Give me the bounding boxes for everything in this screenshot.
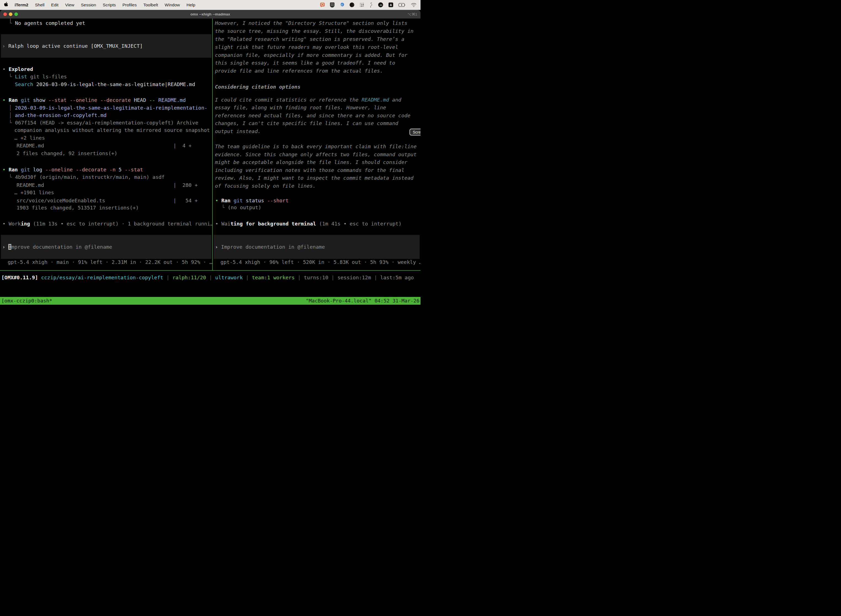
terminal-text-run: Considering citation options: [215, 83, 300, 91]
terminal-text-run: the source tree, missing the essay. Stil…: [215, 27, 413, 35]
terminal-text-run: evidence. Since this change only affects…: [215, 151, 417, 158]
svg-text:..61: ..61: [379, 4, 382, 6]
terminal-text-run: README.md: [16, 181, 44, 189]
menu-item-shell[interactable]: Shell: [35, 3, 44, 7]
terminal-text-run: companion file, especially if more comme…: [215, 51, 407, 59]
terminal-text-run: └ List git ls-files: [9, 73, 67, 81]
terminal-text-run: of focusing solely on file lines.: [215, 182, 316, 190]
battery-icon[interactable]: [399, 3, 406, 7]
menu-bar: iTerm2 Shell Edit View Session Scripts P…: [0, 0, 420, 10]
terminal-text-run: • Ran git show --stat --oneline --decora…: [3, 96, 186, 104]
terminal-text-run: references need actual files, and since …: [215, 112, 410, 119]
menu-item-session[interactable]: Session: [81, 3, 96, 7]
terminal-text-run: … +2 lines: [14, 134, 45, 142]
terminal-text-run: companion analysis without altering the …: [14, 126, 210, 134]
terminal-text-run: 2 files changed, 92 insertions(+): [16, 150, 117, 157]
terminal-text-run: this single essay, it seems like a good …: [215, 59, 395, 67]
blue-burst-icon[interactable]: [340, 3, 344, 7]
terminal-text-run: gpt-5.4 xhigh · 96% left · 520K in · 5.8…: [220, 258, 420, 266]
terminal-text-run: └ 067f154 (HEAD -> essay/ai-reimplementa…: [9, 119, 198, 127]
input-source-icon[interactable]: A: [388, 3, 393, 7]
terminal-text-run: the "Related research writing" section i…: [215, 35, 404, 43]
terminal-text-run: | 54 +: [173, 197, 198, 204]
menu-item-iterm2[interactable]: iTerm2: [15, 3, 28, 7]
battery-percent-icon[interactable]: ..61: [378, 2, 383, 7]
pane-divider[interactable]: [212, 19, 213, 270]
terminal-text-run: • Ran git log --oneline --decorate -n 5 …: [3, 166, 143, 174]
menu-item-profiles[interactable]: Profiles: [123, 3, 137, 7]
tmux-host-clock: "MacBook-Pro-44.local" 04:52 31-Mar-26: [306, 297, 419, 305]
terminal-text-run: … +1901 lines: [14, 189, 54, 197]
omx-status-text: [OMX#0.11.9] cczip/essay/ai-reimplementa…: [1, 274, 414, 282]
window-title-bar: omx --xhigh --madmax ⌥⌘1: [0, 10, 420, 19]
terminal-text-run: I could cite commit statistics or refere…: [215, 96, 401, 104]
squiggle-icon[interactable]: [369, 2, 373, 8]
left-terminal-pane[interactable]: │└ No agents completed yet› Ralph loop a…: [0, 19, 212, 270]
terminal-text-run: Search 2026-03-09-is-legal-the-same-as-l…: [15, 81, 195, 88]
terminal-text-run: • Explored: [3, 65, 33, 73]
terminal-text-run: review. Also, I might want to inspect th…: [215, 174, 413, 182]
terminal-text-run: • Working (11m 13s • esc to interrupt) ·…: [3, 220, 212, 228]
menu-item-scripts[interactable]: Scripts: [103, 3, 116, 7]
dots-grid-icon[interactable]: [359, 3, 364, 7]
terminal-text-run: changes, I can't cite specific file line…: [215, 119, 398, 127]
terminal-text-run: › Improve documentation in @filename: [215, 243, 325, 251]
terminal-text-run: • Ran git status --short: [215, 197, 289, 204]
terminal-text-run: • Waiting for background terminal (1m 41…: [215, 220, 401, 228]
terminal-text-run: └ No agents completed yet: [9, 19, 85, 27]
apple-logo-icon: [4, 2, 8, 7]
wifi-icon[interactable]: [411, 3, 417, 7]
screen: { "menubar": { "apple_icon": "apple-logo…: [0, 0, 420, 308]
menu-item-view[interactable]: View: [65, 3, 74, 7]
keyboard-shield-icon[interactable]: [330, 3, 334, 7]
terminal-text-run: › Improve documentation in @filename: [2, 243, 112, 251]
terminal-text-run: provide file and line references from th…: [215, 67, 383, 75]
window-title: omx --xhigh --madmax: [0, 10, 420, 19]
terminal-text-run: and-the-erosion-of-copyleft.md: [15, 111, 107, 119]
terminal-text-run: might be acceptable alongside the file l…: [215, 158, 407, 166]
terminal-text-run: 2026-03-09-is-legal-the-same-as-legitima…: [15, 104, 208, 112]
orange-chat-icon[interactable]: [320, 3, 325, 7]
window-shortcut-badge: ⌥⌘1: [407, 10, 417, 19]
terminal-text-run: gpt-5.4 xhigh · main · 91% left · 2.31M …: [8, 258, 212, 266]
status-divider-line: [0, 270, 420, 271]
terminal-text-run: essay file, along with finding root file…: [215, 104, 386, 111]
terminal-text-run: output instead.: [215, 128, 261, 135]
terminal-text-run: › Ralph loop active continue [OMX_TMUX_I…: [2, 42, 143, 50]
terminal-text-run: README.md: [16, 142, 44, 150]
terminal-text-run: | 280 +: [173, 181, 198, 189]
right-terminal-pane[interactable]: However, I noticed the "Directory Struct…: [213, 19, 420, 270]
menu-bar-status-icons: ..61 A: [320, 2, 417, 8]
terminal-text-run: │: [9, 111, 12, 119]
screen-tooltip: Scre: [409, 129, 420, 135]
terminal-text-run: including verification notes with those …: [215, 166, 404, 174]
terminal-text-run: └ 4b9d30f (origin/main, instructkr/main,…: [9, 173, 165, 181]
terminal-text-run: The team guideline is to back every impo…: [215, 143, 417, 150]
svg-text:A: A: [390, 4, 392, 7]
terminal-text-run: | 4 +: [173, 142, 192, 150]
tmux-session-label[interactable]: [omx-cczip0:bash*: [1, 297, 52, 305]
menu-item-edit[interactable]: Edit: [51, 3, 59, 7]
terminal-text-run: └ (no output): [221, 204, 261, 211]
omx-status-line: [OMX#0.11.9] cczip/essay/ai-reimplementa…: [1, 274, 420, 282]
terminal-text-run: However, I noticed the "Directory Struct…: [215, 19, 407, 27]
terminal-text-run: │: [9, 104, 12, 112]
apple-menu[interactable]: [4, 2, 8, 8]
menu-item-help[interactable]: Help: [186, 3, 195, 7]
terminal-text-run: src/voice/voiceModeEnabled.ts: [16, 197, 105, 204]
crescent-icon[interactable]: [350, 3, 354, 7]
terminal-text-run: slight risk that future readers may over…: [215, 43, 398, 51]
menu-item-window[interactable]: Window: [165, 3, 180, 7]
tmux-status-bar: [omx-cczip0:bash* "MacBook-Pro-44.local"…: [0, 297, 420, 305]
terminal-text-run: 1903 files changed, 513517 insertions(+): [16, 204, 139, 212]
menu-item-toolbelt[interactable]: Toolbelt: [143, 3, 158, 7]
